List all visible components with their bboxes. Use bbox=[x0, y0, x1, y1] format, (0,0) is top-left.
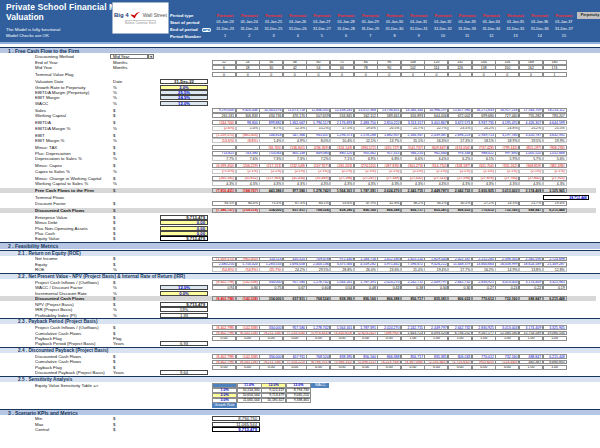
data-grid: 714,825743,380753,064805,148849,080880,1… bbox=[212, 151, 566, 156]
cell: 866,388 bbox=[377, 208, 401, 213]
cell: 12.8% bbox=[543, 267, 567, 272]
cell: 644,406 bbox=[424, 113, 448, 118]
cell: 2,022,167 bbox=[448, 257, 472, 262]
chevron-down-icon[interactable]: ▼ bbox=[148, 54, 154, 59]
cell: (2.1%) bbox=[259, 169, 283, 174]
profitability-index-row: Profitability Index (PI)%1.93 bbox=[0, 313, 600, 318]
minus-debt-label: Minus Debt bbox=[35, 220, 113, 225]
cell: 835,381 bbox=[424, 354, 448, 359]
growth-axis-label: Growth Rate bbox=[212, 403, 237, 408]
cell: (142,338) bbox=[236, 325, 260, 330]
profitability-index-label: Profitability Index (PI) bbox=[35, 313, 113, 318]
discounted-cash-flows-npv-row: Discounted Cash Flows$(8,402,798)(142,33… bbox=[0, 296, 596, 301]
cell: 18 bbox=[236, 65, 260, 70]
start-of-period-value: 01-Jan-36 bbox=[528, 19, 552, 26]
valuation-date-value: 31-Dec-22 bbox=[160, 79, 208, 84]
cell: 1.00 bbox=[448, 336, 472, 341]
cell: (8,545,136) bbox=[236, 331, 260, 336]
cell: 4.9% bbox=[283, 138, 307, 143]
cell: (2.1%) bbox=[448, 169, 472, 174]
cell: (2.1%) bbox=[495, 169, 519, 174]
cell: 180 bbox=[543, 60, 567, 65]
npv-project-basis-value: 9,713,479 bbox=[160, 302, 208, 307]
cell: (8,402,798) bbox=[212, 360, 236, 365]
section-1-free-cash-flow: 1 . Free Cash Flow to the Firm bbox=[0, 47, 600, 54]
working-capital-to-sales-row: Working Capital to Sales %%4.3%4.3%4.3%4… bbox=[0, 181, 600, 186]
ebitda-label: EBITDA bbox=[35, 120, 113, 125]
cell: 19.9% bbox=[543, 138, 567, 143]
cell: 2,696,223 bbox=[448, 133, 472, 138]
cell: 15.2% bbox=[306, 126, 330, 131]
section-2-2-npv-irr: 2.2 . Net Present Value - NPV (Project B… bbox=[0, 273, 600, 279]
net-income-label: Net Income bbox=[35, 256, 113, 261]
wacc-discount-factor-label: WACC / Discount Factor bbox=[35, 285, 113, 290]
cell: 2,830,925 bbox=[472, 325, 496, 330]
logo-brand-left: Big 4 bbox=[114, 12, 129, 18]
cell: 562,112 bbox=[354, 113, 378, 118]
ebitda-row: EBITDA$(244,700)98,800899,8821,362,0671,… bbox=[0, 120, 600, 125]
cell: 114 bbox=[424, 65, 448, 70]
end-of-year-label: End of Year bbox=[35, 60, 113, 65]
cell: (27,513) bbox=[424, 176, 448, 181]
unit-label: $ bbox=[113, 302, 125, 307]
npv-project-basis-row: NPV (Project Basis)$9,713,479 bbox=[0, 302, 600, 307]
cell: (5,946,311) bbox=[330, 360, 354, 365]
growth-rate-perpetuity-value[interactable]: 2.0% bbox=[160, 85, 208, 90]
cell: 23.5% bbox=[448, 126, 472, 131]
cell: 0.84 bbox=[236, 285, 260, 290]
cell: (2,623,262) bbox=[354, 331, 378, 336]
cell: 753,064 bbox=[259, 151, 283, 156]
cell: 2,830,925 bbox=[472, 280, 496, 285]
cell: 13,708,401 bbox=[377, 108, 401, 113]
plus-non-operating-assets-value[interactable]: 0.00 bbox=[160, 226, 208, 231]
perpetuity-column-label: Perpetuity bbox=[577, 12, 600, 19]
scenario-central-row: Central$9,713,479 bbox=[0, 427, 600, 432]
unit-label: $ bbox=[113, 176, 125, 181]
cell: 0.60 bbox=[306, 285, 330, 290]
unit-label: $ bbox=[113, 201, 125, 206]
data-grid: 4.3%4.3%4.3%4.3%4.3%4.3%4.3%4.3%4.3%4.3%… bbox=[212, 181, 566, 186]
cell: 36 bbox=[259, 60, 283, 65]
cell: 306,833 bbox=[236, 113, 260, 118]
unit-label: $ bbox=[113, 296, 125, 301]
period-column: Forecast01-Jan-2431-Dec-242 bbox=[237, 12, 261, 40]
plus-cash-value[interactable]: 0.00 bbox=[160, 231, 208, 236]
period-number-value: 7 bbox=[358, 33, 382, 40]
cell: 0.00 bbox=[283, 336, 307, 341]
cell: 7.6% bbox=[236, 156, 260, 161]
discounted-cash-flows-row: Discounted Cash Flows$(7,386,727)(159,31… bbox=[0, 208, 596, 213]
cell: 2,449,797 bbox=[424, 280, 448, 285]
cell: 0 bbox=[472, 72, 496, 77]
cell: 688,847 bbox=[519, 208, 543, 213]
cell: 4.3% bbox=[212, 181, 236, 186]
wacc-label: WACC bbox=[35, 101, 113, 106]
discounting-method-dropdown[interactable]: Mid Year bbox=[110, 54, 148, 59]
cumulative-cash-flows-label: Cumulative Cash Flows bbox=[35, 331, 113, 336]
data-grid: 1224364860728496108120132144156168180 bbox=[212, 60, 566, 65]
cell: (8,402,798) bbox=[212, 325, 236, 330]
data-grid: (2.6%)1.0%8.7%12.3%15.2%17.5%19.0%20.5%2… bbox=[212, 126, 566, 131]
discounted-payback-period-value: 9.64 bbox=[160, 370, 208, 375]
cell: 12,438,245 bbox=[330, 108, 354, 113]
minus-debt-value[interactable]: 0.00 bbox=[160, 220, 208, 225]
equity-value-sensitivity-label: Equity Value Sensitivity Table => bbox=[35, 383, 113, 388]
cell: (142,338) bbox=[236, 280, 260, 285]
unit-label: % bbox=[113, 313, 125, 318]
sales-row: Sales$9,295,0009,820,44610,343,47611,073… bbox=[0, 108, 600, 113]
incremental-discount-rate-value[interactable]: 0.0% bbox=[160, 291, 208, 296]
cell: 13,660,664 bbox=[472, 262, 496, 267]
wacc-discount-factor-value: 12.0% bbox=[160, 285, 208, 290]
cell: 17.3% bbox=[448, 138, 472, 143]
cell bbox=[283, 195, 307, 200]
cumulative-cash-flows-row: Cumulative Cash Flows$(8,402,798)(8,545,… bbox=[0, 331, 600, 336]
equity-value-sensitivity-row: Equity Value Sensitivity Table =>11.0%12… bbox=[0, 383, 600, 408]
cell: 16,917,216 bbox=[495, 108, 519, 113]
period-nav-icon[interactable] bbox=[202, 28, 211, 33]
cell: 770,012 bbox=[472, 296, 496, 301]
wacc-discount-factor-row: WACC / Discount Factor%12.0%0.940.840.75… bbox=[0, 285, 600, 290]
cell: 108 bbox=[401, 60, 425, 65]
section-2-5-sensitivity: 2.5 . Sensitivity Analysis bbox=[0, 376, 600, 382]
cell: 4,559,282 bbox=[354, 262, 378, 267]
ebit-margin-input-label: EBIT Margin bbox=[35, 95, 113, 100]
data-grid: (1,259,575)(861,003)146,818547,366945,43… bbox=[212, 133, 566, 138]
